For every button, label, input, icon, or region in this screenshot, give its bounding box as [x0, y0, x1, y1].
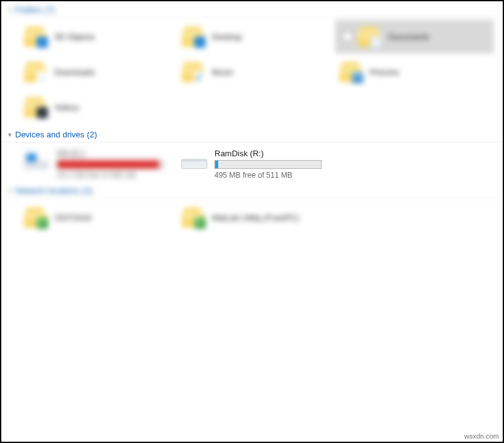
drive-free-text: 495 MB free of 511 MB	[214, 171, 333, 180]
folder-icon	[182, 26, 204, 47]
folder-desktop[interactable]: Desktop	[178, 20, 336, 53]
folder-icon	[24, 97, 47, 117]
svg-rect-1	[26, 154, 37, 162]
network-grid: CEIT2019 MatLab Utility (FusePC)	[1, 198, 503, 236]
network-location-2[interactable]: MatLab Utility (FusePC)	[178, 201, 336, 234]
watermark: wsxdn.com	[464, 432, 499, 440]
section-header-drives[interactable]: ▾ Devices and drives (2)	[1, 126, 503, 142]
folder-icon	[24, 207, 47, 227]
chevron-down-icon: ▾	[5, 187, 14, 194]
drive-icon	[180, 151, 208, 174]
section-header-folders[interactable]: ▾ Folders (7)	[1, 1, 503, 18]
sync-icon	[194, 217, 206, 229]
folder-music[interactable]: Music	[178, 55, 336, 88]
svg-rect-0	[25, 162, 49, 169]
folder-label: 3D Objects	[54, 32, 95, 42]
sync-icon	[37, 217, 48, 229]
folder-icon	[24, 62, 47, 82]
drive-free-text: 20.1 GB free of 465 GB	[57, 171, 175, 180]
folder-3d-objects[interactable]: 3D Objects	[20, 20, 178, 53]
svg-rect-3	[182, 159, 207, 162]
folder-icon	[339, 62, 362, 82]
folders-grid: 3D Objects Downloads Videos	[1, 18, 503, 126]
section-count: (2)	[87, 130, 97, 139]
checkbox-icon[interactable]	[343, 32, 353, 42]
folder-label: Downloads	[54, 67, 95, 77]
drive-ramdisk[interactable]: RamDisk (R:) 495 MB free of 511 MB	[178, 146, 336, 182]
explorer-window: ▾ Folders (7) 3D Objects Downloads	[0, 0, 504, 443]
drives-grid: OS (C:) 20.1 GB free of 465 GB RamDisk (…	[1, 142, 503, 182]
chevron-down-icon: ▾	[5, 6, 14, 13]
folder-label: Desktop	[212, 32, 242, 42]
section-title: Devices and drives	[15, 130, 85, 139]
chevron-down-icon: ▾	[5, 131, 14, 138]
network-label: MatLab Utility (FusePC)	[212, 213, 299, 222]
folder-icon	[182, 62, 204, 82]
folder-icon	[24, 26, 47, 47]
folder-label: Music	[212, 67, 233, 77]
folder-videos[interactable]: Videos	[20, 91, 178, 124]
section-count: (2)	[83, 186, 93, 195]
drive-name: RamDisk (R:)	[214, 149, 333, 158]
folder-icon	[182, 207, 204, 227]
drive-usage-bar	[57, 160, 164, 169]
drive-os[interactable]: OS (C:) 20.1 GB free of 465 GB	[20, 146, 178, 182]
folder-pictures[interactable]: Pictures	[336, 55, 493, 88]
section-title: Folders	[15, 5, 42, 14]
section-count: (7)	[45, 5, 55, 14]
section-title: Network locations	[15, 186, 80, 195]
drive-icon	[23, 151, 50, 174]
folder-label: Videos	[54, 103, 79, 112]
network-location-1[interactable]: CEIT2019	[20, 201, 178, 234]
folder-label: Pictures	[370, 67, 399, 77]
folder-icon	[358, 26, 380, 47]
folder-documents[interactable]: Documents	[336, 20, 493, 53]
drive-usage-bar	[214, 160, 322, 169]
folder-label: Documents	[388, 32, 430, 42]
folder-downloads[interactable]: Downloads	[20, 55, 178, 88]
section-header-network[interactable]: ▾ Network locations (2)	[1, 182, 503, 198]
network-label: CEIT2019	[54, 213, 91, 222]
drive-name: OS (C:)	[57, 149, 175, 158]
